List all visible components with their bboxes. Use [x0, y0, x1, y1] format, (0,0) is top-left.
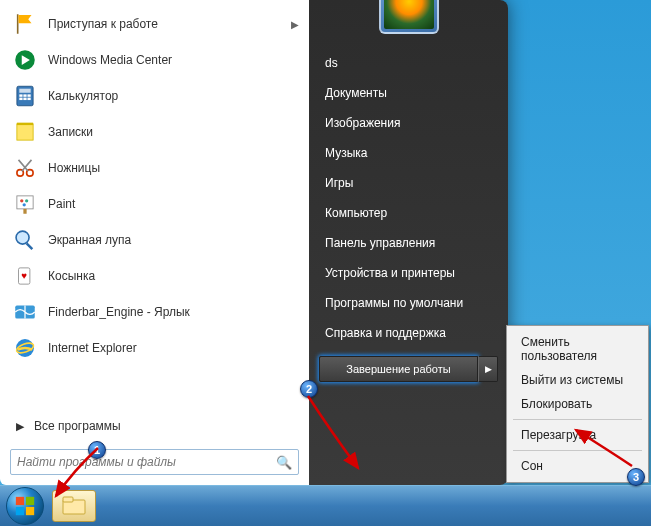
start-menu-right-pane: dsДокументыИзображенияМузыкаИгрыКомпьюте… [309, 0, 508, 485]
right-link-2[interactable]: Изображения [311, 108, 506, 138]
flag-icon [10, 9, 40, 39]
magnifier-icon [10, 225, 40, 255]
ie-icon [10, 333, 40, 363]
wmc-icon [10, 45, 40, 75]
program-label: Приступая к работе [48, 17, 291, 31]
program-label: Записки [48, 125, 299, 139]
chevron-right-icon: ▶ [291, 19, 299, 30]
search-input[interactable] [17, 455, 276, 469]
taskbar-explorer[interactable] [52, 490, 96, 522]
search-box[interactable]: 🔍 [10, 449, 299, 475]
right-link-9[interactable]: Справка и поддержка [311, 318, 506, 348]
svg-rect-9 [27, 98, 30, 100]
paint-icon [10, 189, 40, 219]
right-links: dsДокументыИзображенияМузыкаИгрыКомпьюте… [309, 48, 508, 348]
annotation-badge-3: 3 [627, 468, 645, 486]
snip-icon [10, 153, 40, 183]
search-icon: 🔍 [276, 455, 292, 470]
solitaire-icon: ♥ [10, 261, 40, 291]
finder-icon [10, 297, 40, 327]
right-link-1[interactable]: Документы [311, 78, 506, 108]
program-item-9[interactable]: Internet Explorer [4, 330, 305, 366]
shutdown-menu-arrow[interactable]: ▶ [478, 356, 498, 382]
power-menu-item-0[interactable]: Сменить пользователя [509, 330, 646, 368]
svg-rect-8 [23, 98, 26, 100]
power-options-menu: Сменить пользователяВыйти из системыБлок… [506, 325, 649, 483]
program-item-8[interactable]: Finderbar_Engine - Ярлык [4, 294, 305, 330]
program-label: Косынка [48, 269, 299, 283]
program-label: Ножницы [48, 161, 299, 175]
program-label: Finderbar_Engine - Ярлык [48, 305, 299, 319]
start-menu: Приступая к работе ▶ Windows Media Cente… [0, 0, 508, 485]
program-label: Windows Media Center [48, 53, 299, 67]
svg-rect-26 [26, 497, 34, 505]
svg-rect-6 [27, 94, 30, 96]
user-avatar-icon [384, 0, 434, 29]
program-item-6[interactable]: Экранная лупа [4, 222, 305, 258]
program-item-0[interactable]: Приступая к работе ▶ [4, 6, 305, 42]
windows-logo-icon [14, 495, 36, 517]
program-label: Paint [48, 197, 299, 211]
menu-separator [513, 450, 642, 451]
program-label: Internet Explorer [48, 341, 299, 355]
svg-point-14 [20, 199, 23, 202]
svg-point-15 [25, 199, 28, 202]
svg-rect-17 [23, 209, 26, 214]
menu-separator [513, 419, 642, 420]
svg-point-18 [16, 231, 29, 244]
right-link-5[interactable]: Компьютер [311, 198, 506, 228]
svg-rect-10 [17, 124, 33, 140]
calc-icon [10, 81, 40, 111]
program-item-7[interactable]: ♥ Косынка [4, 258, 305, 294]
svg-text:♥: ♥ [21, 270, 27, 281]
power-menu-item-4[interactable]: Перезагрузка [509, 423, 646, 447]
annotation-badge-2: 2 [300, 380, 318, 398]
svg-rect-19 [26, 242, 33, 249]
power-menu-item-1[interactable]: Выйти из системы [509, 368, 646, 392]
power-menu-item-6[interactable]: Сон [509, 454, 646, 478]
svg-rect-7 [19, 98, 22, 100]
program-label: Калькулятор [48, 89, 299, 103]
right-link-6[interactable]: Панель управления [311, 228, 506, 258]
program-item-4[interactable]: Ножницы [4, 150, 305, 186]
all-programs-label: Все программы [34, 419, 121, 433]
shutdown-split-button: Завершение работы ▶ [319, 356, 498, 382]
taskbar [0, 485, 651, 526]
power-menu-item-2[interactable]: Блокировать [509, 392, 646, 416]
right-link-7[interactable]: Устройства и принтеры [311, 258, 506, 288]
right-link-3[interactable]: Музыка [311, 138, 506, 168]
user-avatar-frame[interactable] [379, 0, 439, 34]
svg-rect-27 [16, 507, 24, 515]
right-link-8[interactable]: Программы по умолчани [311, 288, 506, 318]
svg-rect-13 [17, 196, 33, 209]
svg-rect-28 [26, 507, 34, 515]
svg-point-16 [23, 203, 26, 206]
svg-rect-3 [19, 89, 30, 93]
program-label: Экранная лупа [48, 233, 299, 247]
notes-icon [10, 117, 40, 147]
start-menu-left-pane: Приступая к работе ▶ Windows Media Cente… [0, 0, 309, 485]
svg-rect-4 [19, 94, 22, 96]
chevron-right-icon: ▶ [16, 420, 24, 433]
program-list: Приступая к работе ▶ Windows Media Cente… [0, 0, 309, 411]
svg-rect-5 [23, 94, 26, 96]
program-item-3[interactable]: Записки [4, 114, 305, 150]
program-item-5[interactable]: Paint [4, 186, 305, 222]
svg-rect-0 [17, 14, 19, 34]
folder-icon [62, 496, 86, 516]
program-item-2[interactable]: Калькулятор [4, 78, 305, 114]
annotation-badge-1: 1 [88, 441, 106, 459]
start-button[interactable] [6, 487, 44, 525]
program-item-1[interactable]: Windows Media Center [4, 42, 305, 78]
right-link-4[interactable]: Игры [311, 168, 506, 198]
svg-rect-30 [63, 497, 73, 502]
svg-rect-25 [16, 497, 24, 505]
right-link-0[interactable]: ds [311, 48, 506, 78]
shutdown-button[interactable]: Завершение работы [319, 356, 478, 382]
all-programs[interactable]: ▶ Все программы [0, 411, 309, 441]
